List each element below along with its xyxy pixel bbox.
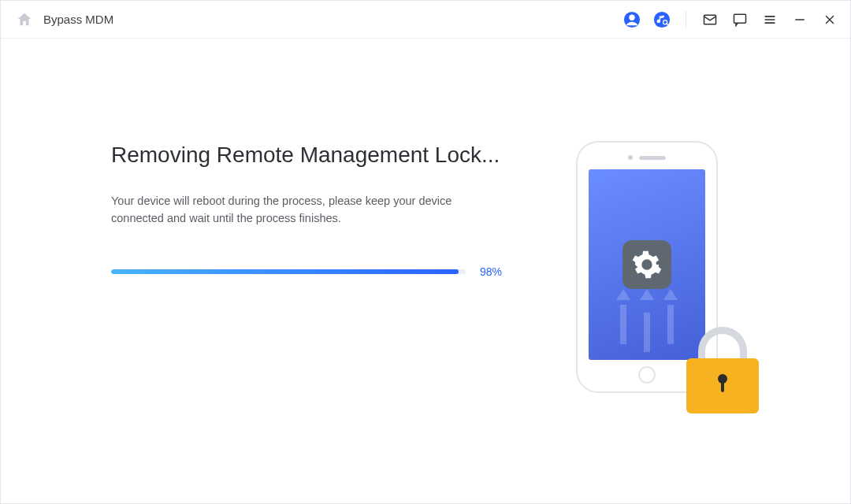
lock-icon	[683, 327, 762, 413]
heading: Removing Remote Management Lock...	[111, 141, 521, 169]
left-column: Removing Remote Management Lock... Your …	[111, 141, 521, 278]
phone-speaker	[628, 155, 666, 160]
progress-percent-label: 98%	[480, 265, 511, 278]
titlebar-right	[622, 10, 839, 29]
phone-home-button	[638, 366, 656, 384]
content-area: Removing Remote Management Lock... Your …	[1, 39, 850, 503]
app-window: Bypass MDM	[0, 0, 851, 504]
chat-icon[interactable]	[730, 10, 749, 29]
progress-bar	[111, 269, 466, 274]
menu-icon[interactable]	[760, 10, 779, 29]
subtext: Your device will reboot during the proce…	[111, 192, 481, 228]
music-search-icon[interactable]	[652, 10, 671, 29]
minimize-icon[interactable]	[790, 10, 809, 29]
separator	[686, 11, 686, 28]
gear-icon	[622, 240, 671, 289]
progress-row: 98%	[111, 265, 521, 278]
titlebar: Bypass MDM	[1, 1, 850, 39]
illustration	[568, 141, 757, 409]
progress-fill	[111, 269, 459, 274]
home-icon[interactable]	[15, 10, 34, 29]
page-title: Bypass MDM	[43, 13, 113, 26]
svg-rect-6	[734, 14, 746, 23]
mail-icon[interactable]	[700, 10, 719, 29]
account-icon[interactable]	[622, 10, 641, 29]
svg-point-1	[629, 14, 634, 20]
close-icon[interactable]	[820, 10, 839, 29]
titlebar-left: Bypass MDM	[15, 10, 113, 29]
